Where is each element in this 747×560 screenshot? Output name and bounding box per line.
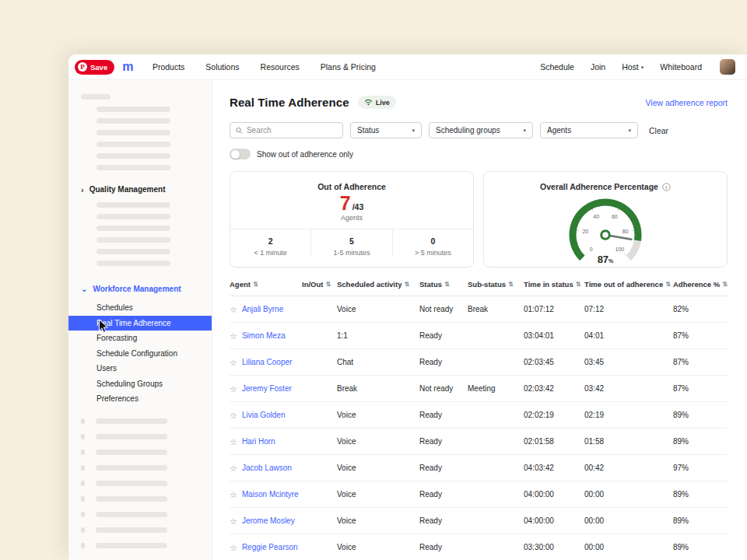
info-icon[interactable]: i [662, 183, 671, 191]
sidebar-item-workforce-management[interactable]: ⌄ Workforce Management [68, 283, 212, 295]
sidebar-item-schedules[interactable]: Schedules [68, 300, 212, 316]
skeleton-bar [96, 481, 167, 486]
page-title: Real Time Adherence [230, 96, 349, 109]
skeleton-bar [96, 261, 170, 266]
gauge-tick-label: 60 [612, 214, 618, 219]
in-out-cell [302, 331, 337, 340]
star-icon[interactable]: ☆ [230, 411, 237, 419]
miro-logo[interactable]: m [122, 60, 133, 74]
skeleton-bar [96, 450, 167, 455]
sidebar-item-quality-management[interactable]: › Quality Management [68, 184, 212, 195]
table-header: Agent⇅In/Out⇅Scheduled activity⇅Status⇅S… [230, 280, 728, 296]
gauge-tick [618, 209, 619, 211]
nav-item-whiteboard[interactable]: Whiteboard [660, 62, 702, 72]
sidebar-item-real-time-adherence[interactable]: Real Time Adherence [68, 316, 212, 331]
agent-name-link[interactable]: Hari Horn [242, 437, 275, 446]
gauge-tick-label: 0 [590, 247, 593, 252]
sort-icon[interactable]: ⇅ [444, 281, 450, 288]
column-header-agent[interactable]: Agent⇅ [230, 280, 302, 289]
in-out-cell [302, 464, 337, 472]
sort-icon[interactable]: ⇅ [325, 281, 331, 288]
agent-name-link[interactable]: Liliana Cooper [242, 358, 293, 366]
column-header-sub-status[interactable]: Sub-status⇅ [468, 280, 524, 289]
live-signal-icon [364, 99, 373, 106]
sidebar-item-schedule-configuration[interactable]: Schedule Configuration [68, 346, 212, 362]
in-out-cell [302, 411, 337, 419]
sort-icon[interactable]: ⇅ [404, 281, 409, 288]
skeleton-tick [81, 481, 85, 486]
nav-item-schedule[interactable]: Schedule [540, 62, 574, 72]
agents-dropdown[interactable]: Agents ▾ [540, 122, 638, 138]
nav-item-plans-pricing[interactable]: Plans & Pricing [321, 62, 376, 72]
status-cell: Ready [419, 464, 468, 472]
skeleton-row [68, 527, 212, 533]
skeleton-bar [96, 418, 167, 424]
agent-name-link[interactable]: Jacob Lawson [242, 464, 292, 472]
out-of-adherence-toggle[interactable] [230, 149, 251, 159]
svg-text:i: i [665, 184, 667, 191]
adherence-percent-cell: 87% [673, 331, 728, 340]
column-header-status[interactable]: Status⇅ [419, 280, 468, 289]
sort-icon[interactable]: ⇅ [253, 281, 258, 288]
sidebar-item-forecasting[interactable]: Forecasting [68, 331, 212, 346]
pinterest-save-button[interactable]: P Save [75, 60, 114, 75]
star-icon[interactable]: ☆ [230, 491, 237, 499]
agent-name-link[interactable]: Livia Golden [242, 411, 286, 419]
scheduling-groups-dropdown[interactable]: Scheduling groups ▾ [429, 122, 533, 138]
nav-item-host[interactable]: Host▾ [622, 62, 644, 72]
agent-name-link[interactable]: Reggie Pearson [242, 543, 298, 551]
chevron-down-icon: ▾ [412, 128, 415, 134]
star-icon[interactable]: ☆ [230, 544, 237, 551]
agent-name-link[interactable]: Jeremy Foster [242, 384, 292, 393]
time-out-of-adherence-cell: 00:00 [584, 490, 673, 499]
agent-name-link[interactable]: Jerome Mosley [242, 516, 295, 525]
skeleton-row [68, 465, 212, 471]
skeleton-row [68, 418, 212, 424]
column-header-scheduled-activity[interactable]: Scheduled activity⇅ [337, 280, 419, 289]
adherence-gauge: 02040608010087% [484, 191, 727, 268]
column-header-time-out-of-adherence[interactable]: Time out of adherence⇅ [584, 280, 673, 289]
clear-filters-button[interactable]: Clear [649, 126, 668, 135]
nav-item-join[interactable]: Join [591, 62, 605, 72]
sort-icon[interactable]: ⇅ [576, 281, 581, 288]
chevron-down-icon: ▾ [628, 128, 631, 134]
nav-item-resources[interactable]: Resources [261, 62, 300, 72]
skeleton-bar [96, 107, 170, 112]
star-icon[interactable]: ☆ [230, 332, 237, 340]
sort-icon[interactable]: ⇅ [665, 281, 671, 288]
star-icon[interactable]: ☆ [230, 306, 237, 313]
user-avatar[interactable] [720, 59, 735, 75]
agent-name-link[interactable]: Anjali Byrne [242, 305, 283, 313]
nav-item-products[interactable]: Products [153, 62, 184, 72]
skeleton-tick [81, 465, 85, 471]
gauge-tick-label: 20 [582, 229, 588, 234]
star-icon[interactable]: ☆ [230, 438, 237, 446]
search-input[interactable] [230, 122, 343, 138]
sidebar-item-users[interactable]: Users [68, 361, 212, 376]
column-header-in-out[interactable]: In/Out⇅ [302, 280, 337, 289]
star-icon[interactable]: ☆ [230, 464, 237, 472]
time-in-status-cell: 02:02:19 [524, 411, 584, 419]
agent-name-link[interactable]: Simon Meza [242, 331, 286, 340]
gauge-tick-label: 100 [615, 247, 625, 252]
search-field[interactable] [247, 126, 337, 135]
adherence-percent-cell: 89% [673, 516, 728, 525]
sidebar-item-scheduling-groups[interactable]: Scheduling Groups [68, 376, 212, 392]
sort-icon[interactable]: ⇅ [722, 281, 728, 288]
breakdown-label: > 5 minutes [393, 249, 473, 257]
agent-name-link[interactable]: Maison Mcintyre [242, 490, 299, 499]
star-icon[interactable]: ☆ [230, 517, 237, 525]
sidebar: › Quality Management ⌄ Workforce Managem… [68, 80, 212, 560]
top-navigation: P Save m Products Solutions Resources Pl… [68, 54, 747, 80]
sort-icon[interactable]: ⇅ [508, 281, 514, 288]
breakdown-item: 0> 5 minutes [392, 229, 473, 257]
quality-management-label: Quality Management [89, 185, 166, 194]
view-adherence-report-link[interactable]: View adherence report [646, 98, 728, 107]
star-icon[interactable]: ☆ [230, 385, 237, 393]
column-header-adherence-[interactable]: Adherence %⇅ [673, 280, 728, 289]
column-header-time-in-status[interactable]: Time in status⇅ [524, 280, 584, 289]
nav-item-solutions[interactable]: Solutions [205, 62, 239, 72]
sidebar-item-preferences[interactable]: Preferences [68, 391, 212, 407]
status-dropdown[interactable]: Status ▾ [350, 122, 422, 138]
star-icon[interactable]: ☆ [230, 359, 237, 366]
